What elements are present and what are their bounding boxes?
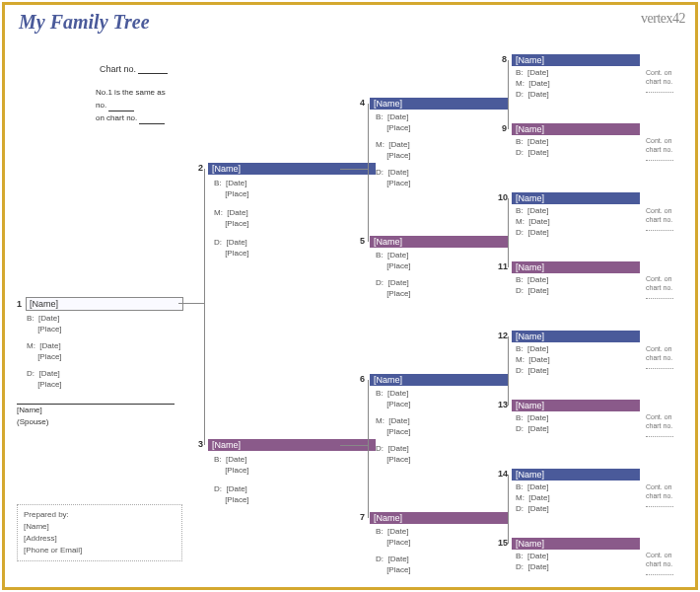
chart-no-blank[interactable] — [138, 73, 168, 74]
cont-15: Cont. onchart no. — [646, 551, 673, 577]
chart-no-label: Chart no. — [100, 64, 136, 74]
cont-13: Cont. onchart no. — [646, 412, 673, 439]
person-6-details: B: [Date] [Place] M: [Date] [Place] D: [… — [376, 388, 411, 465]
person-5-details: B: [Date] [Place] D: [Date] [Place] — [376, 250, 411, 299]
person-7-number: 7 — [360, 512, 365, 522]
person-5-bar[interactable]: [Name] — [370, 236, 508, 248]
note-line-3: on chart no. — [96, 113, 137, 122]
person-2-details: B: [Date] [Place] M: [Date] [Place] D: [… — [214, 178, 249, 259]
person-11-number: 11 — [498, 261, 508, 271]
person-13-details: B: [Date] D: [Date] — [516, 412, 549, 434]
person-7-bar[interactable]: [Name] — [370, 512, 508, 524]
prepared-contact[interactable]: [Phone or Email] — [24, 545, 175, 556]
person-9-number: 9 — [502, 123, 507, 133]
person-8-details: B: [Date] M: [Date] D: [Date] — [516, 67, 550, 100]
cont-9: Cont. onchart no. — [646, 136, 673, 163]
person-12-details: B: [Date] M: [Date] D: [Date] — [516, 343, 550, 376]
prepared-address[interactable]: [Address] — [24, 533, 175, 545]
spouse-box: [Name] (Spouse) — [17, 404, 175, 428]
person-8-number: 8 — [502, 54, 507, 64]
person-1-name[interactable]: [Name] — [26, 297, 183, 311]
document-frame: My Family Tree vertex42 Chart no. No.1 i… — [2, 2, 698, 590]
person-9-details: B: [Date] D: [Date] — [516, 136, 549, 158]
person-15-details: B: [Date] D: [Date] — [516, 551, 549, 572]
person-4-details: B: [Date] [Place] M: [Date] [Place] D: [… — [376, 111, 411, 188]
person-1-row: 1 [Name] — [17, 297, 183, 311]
person-2-number: 2 — [198, 163, 203, 173]
person-11-details: B: [Date] D: [Date] — [516, 274, 549, 296]
person-13-number: 13 — [498, 400, 508, 409]
person-13-bar[interactable]: [Name] — [512, 400, 640, 411]
person-6-bar[interactable]: [Name] — [370, 374, 508, 386]
person-4-number: 4 — [360, 98, 365, 108]
person-15-number: 15 — [498, 538, 508, 548]
cont-12: Cont. onchart no. — [646, 344, 673, 371]
person-6-number: 6 — [360, 374, 365, 384]
person-7-details: B: [Date] [Place] D: [Date] [Place] — [376, 526, 411, 575]
page-title: My Family Tree — [19, 11, 150, 34]
person-4-bar[interactable]: [Name] — [370, 98, 508, 110]
person-11-bar[interactable]: [Name] — [512, 261, 640, 273]
cont-14: Cont. onchart no. — [646, 482, 673, 509]
prepared-name[interactable]: [Name] — [24, 521, 175, 533]
prepared-heading: Prepared by: — [24, 509, 175, 521]
note-line-1: No.1 is the same as — [96, 86, 166, 99]
person-8-bar[interactable]: [Name] — [512, 54, 640, 66]
person-9-bar[interactable]: [Name] — [512, 123, 640, 135]
person-5-number: 5 — [360, 236, 365, 246]
person-10-bar[interactable]: [Name] — [512, 192, 640, 204]
person-1-number: 1 — [17, 299, 22, 309]
person-3-details: B: [Date] [Place] D: [Date] [Place] — [214, 454, 249, 505]
person-14-bar[interactable]: [Name] — [512, 469, 640, 481]
cont-11: Cont. onchart no. — [646, 274, 673, 301]
vertex42-logo: vertex42 — [641, 11, 685, 27]
note-line-2: no. — [96, 101, 106, 110]
person-10-number: 10 — [498, 192, 508, 202]
chart-no-field: Chart no. — [100, 64, 168, 74]
person-14-details: B: [Date] M: [Date] D: [Date] — [516, 481, 550, 514]
person-12-number: 12 — [498, 331, 508, 340]
person-12-bar[interactable]: [Name] — [512, 331, 640, 342]
prepared-by-box: Prepared by: [Name] [Address] [Phone or … — [17, 504, 182, 561]
cont-8: Cont. onchart no. — [646, 68, 673, 95]
cross-ref-note: No.1 is the same as no. on chart no. — [96, 86, 166, 124]
person-3-number: 3 — [198, 439, 203, 449]
spouse-name[interactable]: [Name] — [17, 405, 175, 416]
spouse-label: (Spouse) — [17, 416, 175, 428]
cont-10: Cont. onchart no. — [646, 206, 673, 233]
person-15-bar[interactable]: [Name] — [512, 538, 640, 550]
note-chart-blank[interactable] — [139, 123, 165, 124]
person-1-details: B: [Date] [Place] M: [Date] [Place] D: [… — [27, 313, 62, 390]
person-10-details: B: [Date] M: [Date] D: [Date] — [516, 205, 550, 238]
person-14-number: 14 — [498, 469, 508, 479]
